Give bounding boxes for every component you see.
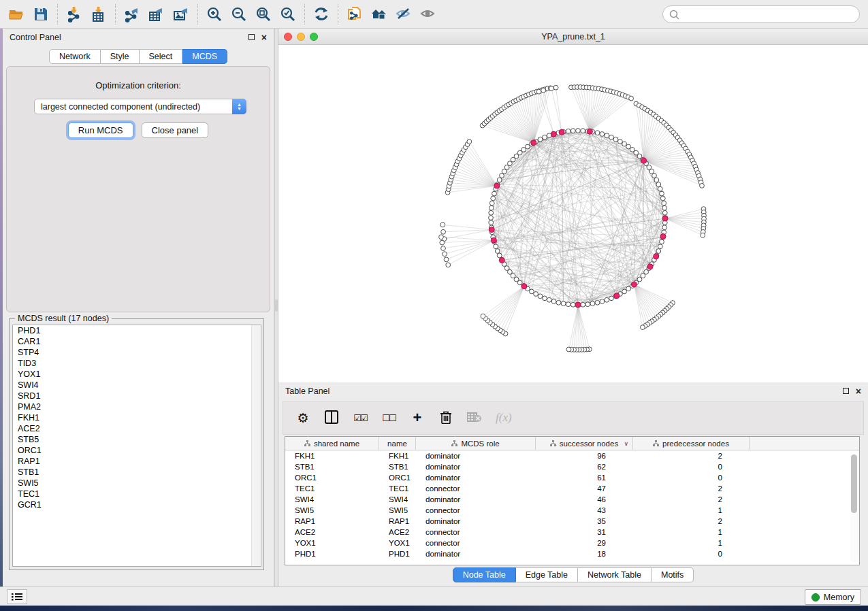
table-cell[interactable]: connector: [416, 527, 536, 538]
mcds-result-list[interactable]: PHD1CAR1STP4TID3YOX1SWI4SRD1PMA2FKH1ACE2…: [12, 325, 261, 567]
refresh-button[interactable]: [309, 3, 334, 26]
import-table-button[interactable]: [86, 3, 111, 26]
table-cell[interactable]: ORC1: [379, 472, 416, 483]
result-node-item[interactable]: TID3: [13, 358, 261, 369]
table-cell[interactable]: TEC1: [379, 483, 416, 494]
select-all-rows-button[interactable]: ☑☑: [353, 410, 368, 426]
table-cell[interactable]: dominator: [416, 450, 536, 461]
float-window-icon[interactable]: [248, 34, 255, 42]
table-cell[interactable]: YOX1: [379, 538, 416, 548]
table-cell[interactable]: dominator: [416, 516, 536, 527]
table-cell[interactable]: dominator: [416, 548, 536, 559]
table-row[interactable]: SWI4SWI4dominator462: [285, 494, 859, 505]
table-cell[interactable]: SWI5: [285, 505, 379, 516]
table-cell[interactable]: RAP1: [285, 516, 379, 527]
table-cell[interactable]: 0: [633, 548, 750, 559]
result-node-item[interactable]: FKH1: [13, 412, 261, 423]
table-cell[interactable]: dominator: [416, 494, 536, 505]
export-table-button[interactable]: [144, 3, 169, 26]
table-scrollbar-thumb[interactable]: [851, 455, 857, 513]
table-cell[interactable]: dominator: [416, 472, 536, 483]
table-cell[interactable]: FKH1: [285, 450, 379, 461]
table-cell[interactable]: 0: [633, 461, 750, 472]
table-cell[interactable]: dominator: [416, 461, 536, 472]
result-node-item[interactable]: RAP1: [13, 456, 261, 467]
table-row[interactable]: YOX1YOX1connector291: [285, 538, 859, 548]
table-cell[interactable]: connector: [416, 483, 536, 494]
table-row[interactable]: TEC1TEC1connector472: [285, 483, 859, 494]
table-cell[interactable]: 1: [633, 527, 750, 538]
tab-edge-table[interactable]: Edge Table: [516, 567, 578, 582]
table-cell[interactable]: 62: [536, 461, 633, 472]
column-header-predecessor-nodes[interactable]: predecessor nodes: [633, 437, 750, 450]
table-cell[interactable]: connector: [416, 538, 536, 548]
result-node-item[interactable]: YOX1: [13, 369, 261, 380]
table-cell[interactable]: RAP1: [379, 516, 416, 527]
table-cell[interactable]: 2: [633, 516, 750, 527]
table-cell[interactable]: ACE2: [285, 527, 379, 538]
result-node-item[interactable]: ACE2: [13, 423, 261, 434]
tab-mcds[interactable]: MCDS: [182, 49, 227, 64]
clone-network-button[interactable]: [342, 3, 367, 26]
table-cell[interactable]: STB1: [285, 461, 379, 472]
hide-selected-button[interactable]: [391, 3, 416, 26]
export-image-button[interactable]: [169, 3, 193, 26]
close-panel-button[interactable]: Close panel: [142, 122, 209, 138]
result-node-item[interactable]: PHD1: [13, 325, 261, 336]
table-cell[interactable]: 96: [536, 450, 633, 461]
float-table-icon[interactable]: [843, 388, 849, 395]
column-header-successor-nodes[interactable]: successor nodes∨: [536, 437, 633, 450]
column-header-name[interactable]: name: [379, 437, 416, 450]
zoom-out-button[interactable]: [227, 3, 251, 26]
result-node-item[interactable]: GCR1: [13, 499, 261, 510]
tab-node-table[interactable]: Node Table: [453, 567, 516, 582]
network-graph-canvas[interactable]: [278, 45, 868, 382]
table-cell[interactable]: 61: [536, 472, 633, 483]
table-cell[interactable]: 2: [633, 450, 750, 461]
deselect-all-rows-button[interactable]: ☐☐: [381, 410, 396, 426]
table-cell[interactable]: PHD1: [379, 548, 416, 559]
table-cell[interactable]: 18: [536, 548, 633, 559]
delete-column-button[interactable]: [438, 410, 453, 426]
criterion-select[interactable]: largest connected component (undirected)…: [34, 99, 246, 114]
table-row[interactable]: ORC1ORC1dominator610: [285, 472, 859, 483]
search-box[interactable]: [662, 5, 860, 23]
table-cell[interactable]: ORC1: [285, 472, 379, 483]
result-node-item[interactable]: PMA2: [13, 401, 261, 412]
column-header-MCDS-role[interactable]: MCDS role: [416, 437, 536, 450]
table-row[interactable]: STB1STB1dominator620: [285, 461, 859, 472]
table-cell[interactable]: PHD1: [285, 548, 379, 559]
table-cell[interactable]: 46: [536, 494, 633, 505]
table-row[interactable]: ACE2ACE2connector311: [285, 527, 859, 538]
save-button[interactable]: [29, 3, 53, 26]
table-cell[interactable]: ACE2: [379, 527, 416, 538]
open-button[interactable]: [4, 3, 29, 26]
tab-select[interactable]: Select: [140, 49, 183, 64]
table-settings-button[interactable]: ⚙: [295, 410, 310, 426]
tab-style[interactable]: Style: [101, 49, 140, 64]
table-row[interactable]: SWI5SWI5connector431: [285, 505, 859, 516]
table-cell[interactable]: STB1: [379, 461, 416, 472]
table-cell[interactable]: TEC1: [285, 483, 379, 494]
memory-button[interactable]: Memory: [805, 589, 861, 605]
table-cell[interactable]: 43: [536, 505, 633, 516]
result-node-item[interactable]: STB5: [13, 434, 261, 445]
tab-network[interactable]: Network: [49, 49, 101, 64]
sort-chevron-icon[interactable]: ∨: [624, 440, 628, 447]
close-table-icon[interactable]: ×: [856, 386, 861, 396]
result-node-item[interactable]: SWI5: [13, 478, 261, 489]
tab-motifs[interactable]: Motifs: [652, 567, 694, 582]
table-cell[interactable]: 2: [633, 483, 750, 494]
run-mcds-button[interactable]: Run MCDS: [68, 122, 133, 138]
result-node-item[interactable]: STP4: [13, 347, 261, 358]
result-node-item[interactable]: STB1: [13, 467, 261, 478]
table-row[interactable]: PHD1PHD1dominator180: [285, 548, 859, 559]
table-cell[interactable]: 29: [536, 538, 633, 548]
close-panel-icon[interactable]: ×: [261, 33, 267, 42]
result-node-item[interactable]: ORC1: [13, 445, 261, 456]
table-cell[interactable]: connector: [416, 505, 536, 516]
table-row[interactable]: RAP1RAP1dominator352: [285, 516, 859, 527]
add-column-button[interactable]: +: [410, 410, 425, 426]
table-cell[interactable]: 2: [633, 494, 750, 505]
show-all-button[interactable]: [416, 3, 440, 26]
